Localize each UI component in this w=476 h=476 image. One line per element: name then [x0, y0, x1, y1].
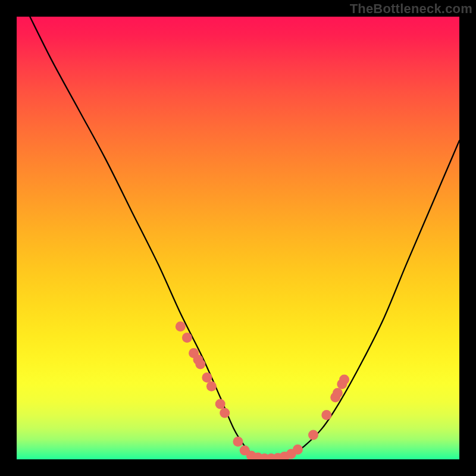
data-point [202, 372, 212, 383]
curve-group [30, 17, 459, 459]
data-point [321, 410, 331, 420]
chart-frame: TheBottleneck.com [0, 0, 476, 476]
data-point [339, 375, 349, 385]
data-point [293, 444, 303, 455]
chart-svg [17, 17, 459, 459]
data-point [182, 333, 192, 343]
watermark-text: TheBottleneck.com [350, 1, 472, 17]
data-point [206, 381, 217, 392]
data-point [333, 388, 343, 398]
data-point-group [176, 321, 349, 459]
plot-area [17, 17, 459, 459]
data-point [233, 437, 243, 447]
data-point [308, 430, 318, 440]
data-point [215, 399, 226, 409]
data-point [220, 408, 230, 418]
data-point [195, 359, 205, 369]
data-point [176, 321, 186, 331]
bottleneck-curve [30, 17, 459, 459]
